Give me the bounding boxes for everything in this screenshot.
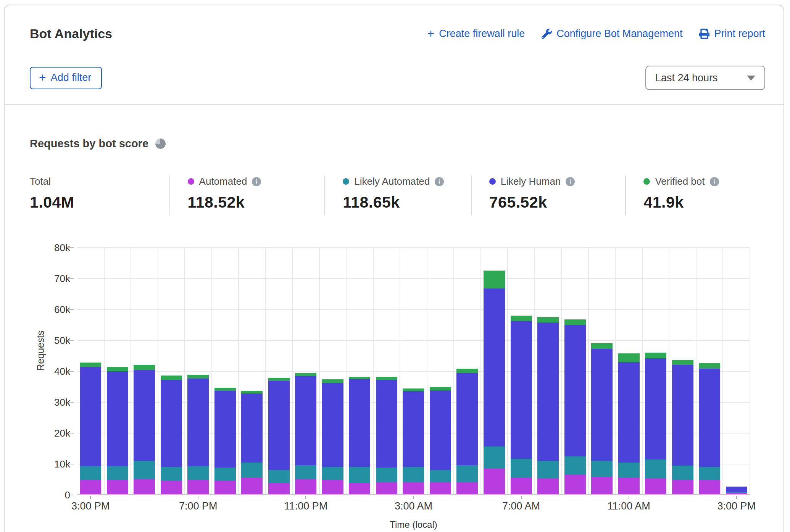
x-axis-tickmark xyxy=(521,496,522,499)
stacked-bar[interactable] xyxy=(241,391,263,494)
bar-segment-likely-automated xyxy=(403,467,424,482)
stacked-bar[interactable] xyxy=(295,373,316,494)
likely-automated-legend-dot xyxy=(343,178,349,185)
stat-total-value: 1.04M xyxy=(30,193,169,211)
requests-chart: Requests Time (local) 010k20k30k40k50k60… xyxy=(5,223,784,527)
bar-segment-verified-bot xyxy=(187,375,209,379)
bar-segment-verified-bot xyxy=(214,388,236,391)
y-axis-tickmark xyxy=(68,278,74,279)
chart-slot xyxy=(508,248,535,494)
bar-segment-likely-automated xyxy=(645,459,666,478)
stacked-bar[interactable] xyxy=(322,379,343,494)
bar-segment-automated xyxy=(672,480,693,494)
add-filter-button[interactable]: + Add filter xyxy=(30,67,102,89)
info-icon[interactable]: i xyxy=(252,177,261,186)
stacked-bar[interactable] xyxy=(107,367,128,494)
info-icon[interactable]: i xyxy=(710,177,719,186)
bar-segment-likely-automated xyxy=(484,447,505,468)
stacked-bar[interactable] xyxy=(618,353,640,494)
stat-total-label: Total xyxy=(30,176,51,187)
chart-slot xyxy=(266,248,293,494)
stacked-bar[interactable] xyxy=(537,317,559,494)
y-axis-tick-label: 70k xyxy=(5,273,70,285)
bar-segment-verified-bot xyxy=(322,379,343,383)
bar-segment-automated xyxy=(107,480,128,494)
bar-segment-likely-automated xyxy=(376,468,397,482)
stacked-bar[interactable] xyxy=(672,360,693,494)
y-axis-tick-label: 20k xyxy=(5,427,70,439)
stacked-bar[interactable] xyxy=(214,388,236,494)
stacked-bar[interactable] xyxy=(591,343,613,494)
print-report-link[interactable]: Print report xyxy=(699,28,765,40)
chart-slot xyxy=(77,248,104,494)
chart-slot xyxy=(319,248,347,494)
header-actions: + Create firewall rule Configure Bot Man… xyxy=(427,28,765,40)
bar-segment-likely-human xyxy=(349,379,370,467)
chart-slot xyxy=(346,248,373,494)
bar-segment-likely-human xyxy=(484,289,505,447)
stacked-bar[interactable] xyxy=(349,377,370,494)
bar-segment-automated xyxy=(511,478,532,494)
bar-segment-likely-human xyxy=(591,349,613,461)
bar-segment-verified-bot xyxy=(511,316,532,321)
stacked-bar[interactable] xyxy=(161,376,182,494)
bar-segment-likely-human xyxy=(403,391,424,467)
bar-segment-likely-automated xyxy=(161,467,182,481)
bar-segment-verified-bot xyxy=(376,377,397,379)
x-axis-tick-label: 3:00 AM xyxy=(372,500,456,512)
stacked-bar[interactable] xyxy=(511,316,532,494)
y-axis-tick-label: 80k xyxy=(5,242,70,254)
bar-segment-likely-automated xyxy=(107,466,128,480)
stat-likely-human: Likely Human i 765.52k xyxy=(471,176,626,215)
stacked-bar[interactable] xyxy=(134,365,155,494)
y-axis-tickmark xyxy=(68,402,74,403)
stacked-bar[interactable] xyxy=(645,353,666,494)
stacked-bar[interactable] xyxy=(376,377,397,494)
stacked-bar[interactable] xyxy=(564,319,586,494)
bar-segment-verified-bot xyxy=(403,389,424,391)
create-firewall-rule-link[interactable]: + Create firewall rule xyxy=(427,28,525,40)
x-axis-tick-label: 11:00 PM xyxy=(264,500,348,512)
bar-segment-automated xyxy=(645,478,666,494)
bar-segment-likely-automated xyxy=(456,465,478,482)
x-axis-tick-label: 3:00 PM xyxy=(48,500,132,512)
x-axis-tick-label: 7:00 PM xyxy=(156,500,240,512)
stacked-bar[interactable] xyxy=(726,487,747,494)
bar-segment-likely-human xyxy=(564,325,586,456)
stat-automated-label: Automated xyxy=(199,176,247,187)
stat-likely-human-label: Likely Human xyxy=(501,176,561,187)
bar-segment-likely-automated xyxy=(134,461,155,479)
x-axis-tickmark xyxy=(629,496,629,499)
stacked-bar[interactable] xyxy=(456,369,478,494)
stacked-bar[interactable] xyxy=(80,363,101,494)
bar-segment-verified-bot xyxy=(537,317,559,323)
bar-segment-automated xyxy=(187,480,209,494)
stacked-bar[interactable] xyxy=(699,363,720,494)
bar-segment-automated xyxy=(726,493,747,494)
x-axis-title: Time (local) xyxy=(77,519,750,530)
printer-icon xyxy=(699,29,709,39)
y-axis-tickmark xyxy=(68,340,74,341)
bar-segment-automated xyxy=(134,479,155,495)
y-axis-tick-label: 40k xyxy=(5,366,70,377)
chart-slot xyxy=(642,248,669,494)
bar-segment-likely-human xyxy=(161,380,182,467)
info-icon[interactable]: i xyxy=(566,177,575,186)
bar-segment-verified-bot xyxy=(591,343,613,349)
bar-segment-verified-bot xyxy=(645,353,666,358)
bar-segment-automated xyxy=(564,475,586,494)
stacked-bar[interactable] xyxy=(403,389,424,494)
configure-bot-management-link[interactable]: Configure Bot Management xyxy=(542,28,682,40)
bar-segment-likely-human xyxy=(80,367,101,466)
bar-segment-automated xyxy=(537,478,559,494)
bar-segment-automated xyxy=(403,482,424,494)
stat-verified-bot-value: 41.9k xyxy=(643,193,784,211)
stacked-bar[interactable] xyxy=(187,375,209,494)
time-range-value: Last 24 hours xyxy=(655,72,718,84)
info-icon[interactable]: i xyxy=(435,177,444,186)
stacked-bar[interactable] xyxy=(268,378,290,494)
bar-segment-likely-automated xyxy=(322,467,343,480)
time-range-select[interactable]: Last 24 hours xyxy=(645,66,765,90)
stacked-bar[interactable] xyxy=(484,271,505,494)
stacked-bar[interactable] xyxy=(430,387,451,494)
